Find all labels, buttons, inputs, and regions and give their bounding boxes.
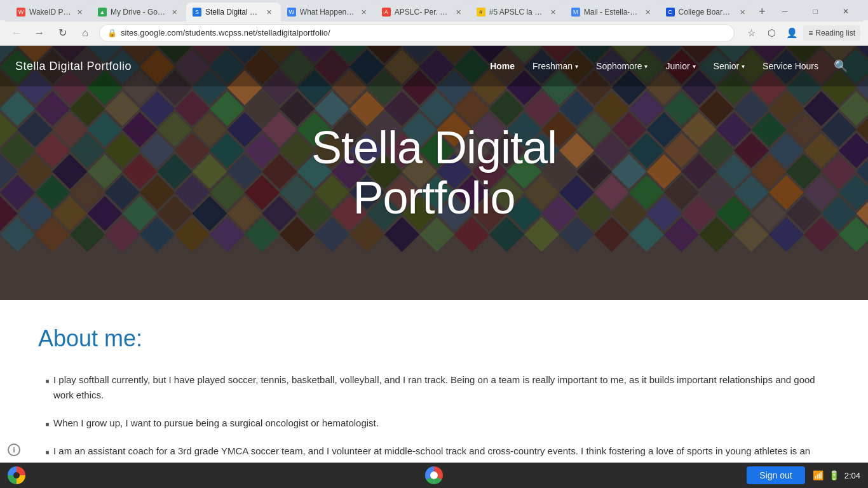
nav-junior-arrow: ▾ (693, 63, 696, 70)
tab-favicon-what: W (287, 8, 296, 17)
tab-label-apslc2: #5 APSLC la vida... (489, 8, 545, 17)
reading-list-button[interactable]: ≡ Reading list (803, 25, 860, 41)
tab-close-stella[interactable]: ✕ (264, 7, 275, 17)
tab-college[interactable]: C College Board - S... ✕ (660, 3, 754, 22)
tab-label-college: College Board - S... (679, 8, 734, 17)
tab-apslc2[interactable]: # #5 APSLC la vida... ✕ (470, 3, 565, 22)
reading-list-icon: ≡ (808, 29, 813, 37)
hero-title-line1: Stella Digital (311, 123, 557, 173)
tab-label-mail: Mail - Estella-Jac... (584, 8, 639, 17)
tab-label-gdrive: My Drive - Google... (111, 8, 166, 17)
tab-close-gdrive[interactable]: ✕ (170, 7, 180, 17)
system-icons: 📶 🔋 2:04 (813, 470, 860, 480)
search-icon[interactable]: 🔍 (829, 54, 853, 78)
extensions-button[interactable]: ⬡ (763, 24, 780, 42)
content-area: About me: I play softball currently, but… (0, 300, 868, 465)
tab-close-what[interactable]: ✕ (359, 7, 369, 17)
tab-favicon-college: C (666, 8, 675, 17)
tab-label-apslc: APSLC- Per. 4 Pe... (395, 8, 450, 17)
nav-junior[interactable]: Junior ▾ (658, 56, 703, 76)
clock: 2:04 (844, 471, 860, 480)
reading-list-label: Reading list (815, 29, 855, 37)
about-heading: About me: (38, 325, 830, 352)
back-button[interactable]: ← (8, 24, 25, 42)
profile-button[interactable]: 👤 (783, 24, 801, 42)
nav-junior-label: Junior (665, 61, 689, 71)
bullet-3: I am an assistant coach for a 3rd grade … (51, 444, 830, 465)
about-bullets: I play softball currently, but I have pl… (51, 372, 830, 465)
tab-favicon-wakeid: W (17, 8, 25, 17)
tab-close-wakeid[interactable]: ✕ (75, 7, 85, 17)
tab-favicon-stella: S (193, 8, 201, 17)
nav-links: Home Freshman ▾ Sophomore ▾ Junior ▾ Sen… (482, 54, 853, 78)
address-bar: ← → ↻ ⌂ 🔒 sites.google.com/students.wcps… (0, 20, 868, 46)
tab-close-college[interactable]: ✕ (738, 7, 748, 17)
tab-bar: W WakeID Portal ✕ ▲ My Drive - Google...… (5, 0, 863, 22)
info-button[interactable]: ℹ (8, 444, 20, 456)
lock-icon: 🔒 (107, 29, 117, 37)
nav-home[interactable]: Home (482, 56, 522, 76)
tab-favicon-apslc: A (382, 8, 391, 17)
nav-senior[interactable]: Senior ▾ (706, 56, 752, 76)
tab-close-apslc2[interactable]: ✕ (548, 7, 559, 17)
nav-freshman[interactable]: Freshman ▾ (525, 56, 586, 76)
hero-section: Stella Digital Portfolio Home Freshman ▾… (0, 46, 868, 300)
title-bar: W WakeID Portal ✕ ▲ My Drive - Google...… (0, 0, 868, 20)
taskbar-right: Sign out 📶 🔋 2:04 (747, 466, 860, 484)
nav-sophomore[interactable]: Sophomore ▾ (588, 56, 655, 76)
tab-gdrive[interactable]: ▲ My Drive - Google... ✕ (92, 3, 186, 22)
tab-stella[interactable]: S Stella Digital Port... ✕ (186, 3, 281, 22)
tab-favicon-mail: M (571, 8, 580, 17)
bookmark-button[interactable]: ☆ (742, 24, 760, 42)
maximize-button[interactable]: □ (801, 1, 830, 22)
tab-mail[interactable]: M Mail - Estella-Jac... ✕ (565, 3, 660, 22)
site-content: Stella Digital Portfolio Home Freshman ▾… (0, 46, 868, 465)
site-title: Stella Digital Portfolio (15, 60, 132, 73)
nav-sophomore-arrow: ▾ (644, 63, 648, 70)
tab-favicon-apslc2: # (477, 8, 485, 17)
launcher-inner (13, 472, 20, 478)
nav-service-hours-label: Service Hours (763, 61, 818, 71)
nav-home-label: Home (490, 61, 515, 71)
tab-close-apslc[interactable]: ✕ (454, 7, 464, 17)
address-text: sites.google.com/students.wcpss.net/stel… (121, 28, 726, 37)
tab-close-mail[interactable]: ✕ (643, 7, 653, 17)
nav-freshman-arrow: ▾ (575, 63, 578, 70)
minimize-button[interactable]: ─ (770, 1, 799, 22)
close-button[interactable]: ✕ (831, 1, 860, 22)
address-input[interactable]: 🔒 sites.google.com/students.wcpss.net/st… (99, 24, 735, 42)
forward-button[interactable]: → (31, 24, 48, 42)
bullet-1: I play softball currently, but I have pl… (51, 372, 830, 403)
taskbar-left (8, 466, 25, 484)
tab-apslc[interactable]: A APSLC- Per. 4 Pe... ✕ (376, 3, 470, 22)
chromebook-launcher[interactable] (8, 466, 25, 484)
home-button[interactable]: ⌂ (76, 24, 94, 42)
hero-title-line2: Portfolio (311, 173, 557, 223)
reload-button[interactable]: ↻ (53, 24, 71, 42)
tab-wakeid[interactable]: W WakeID Portal ✕ (10, 3, 92, 22)
taskbar-center (425, 466, 443, 484)
hero-text: Stella Digital Portfolio (311, 123, 557, 223)
wifi-icon: 📶 (813, 470, 824, 480)
battery-icon: 🔋 (829, 470, 839, 480)
tab-what[interactable]: W What Happened t... ✕ (281, 3, 376, 22)
chrome-logo-inner (430, 471, 438, 479)
tab-label-what: What Happened t... (300, 8, 355, 17)
tab-label-stella: Stella Digital Port... (205, 8, 261, 17)
hero-title: Stella Digital Portfolio (311, 123, 557, 223)
tab-favicon-gdrive: ▲ (98, 8, 107, 17)
tab-label-wakeid: WakeID Portal (29, 8, 71, 17)
nav-sophomore-label: Sophomore (596, 61, 642, 71)
nav-senior-arrow: ▾ (742, 63, 745, 70)
nav-freshman-label: Freshman (532, 61, 573, 71)
taskbar: Sign out 📶 🔋 2:04 (0, 463, 868, 488)
new-tab-button[interactable]: + (754, 3, 770, 20)
chrome-icon[interactable] (425, 466, 443, 484)
nav-senior-label: Senior (714, 61, 739, 71)
sign-out-button[interactable]: Sign out (747, 466, 804, 484)
nav-service-hours[interactable]: Service Hours (755, 56, 826, 76)
bullet-2: When I grow up, I want to pursue being a… (51, 416, 830, 431)
site-navigation: Stella Digital Portfolio Home Freshman ▾… (0, 46, 868, 86)
